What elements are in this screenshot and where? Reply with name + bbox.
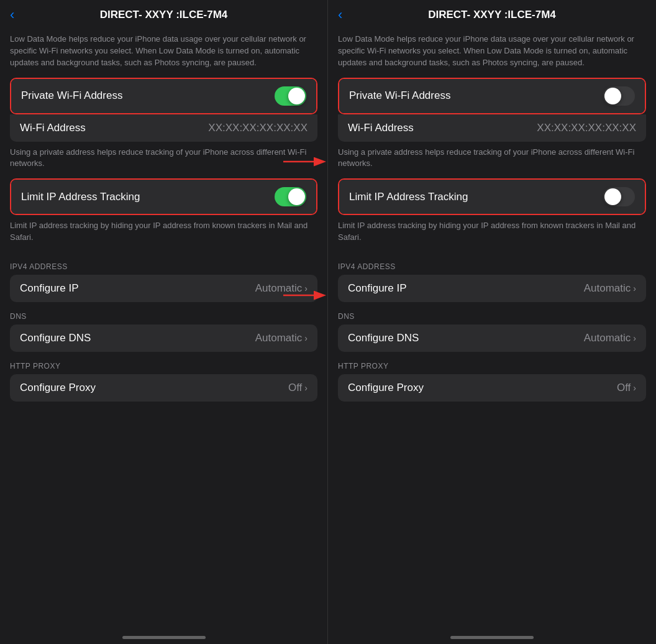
right-chevron-icon: ‹ [338, 8, 342, 22]
right-limit-tracking-knob [604, 188, 621, 205]
left-ipv4-header: IPV4 ADDRESS [0, 252, 327, 275]
right-configure-dns-value: Automatic › [584, 332, 636, 344]
right-configure-proxy-chevron: › [633, 383, 636, 393]
right-proxy-section: HTTP PROXY Configure Proxy Off › [328, 352, 656, 402]
left-limit-tracking-row[interactable]: Limit IP Address Tracking [11, 180, 316, 214]
panels-wrapper: ‹ DIRECT- XXYY :ILCE-7M4 Low Data Mode h… [0, 0, 656, 644]
left-limit-tracking-subtext: Limit IP address tracking by hiding your… [0, 215, 327, 252]
right-back-button[interactable]: ‹ [338, 8, 342, 22]
right-dns-header: DNS [328, 302, 656, 324]
right-proxy-header: HTTP PROXY [328, 352, 656, 374]
right-limit-tracking-subtext: Limit IP address tracking by hiding your… [328, 215, 656, 252]
right-configure-dns-chevron: › [633, 333, 636, 343]
right-configure-proxy-label: Configure Proxy [348, 382, 424, 394]
right-home-bar [450, 636, 534, 639]
right-wifi-address-label: Wi-Fi Address [348, 122, 414, 134]
left-private-wifi-subtext: Using a private address helps reduce tra… [0, 142, 327, 179]
left-description: Low Data Mode helps reduce your iPhone d… [0, 27, 327, 78]
left-configure-proxy-row[interactable]: Configure Proxy Off › [10, 374, 317, 402]
left-configure-proxy-label: Configure Proxy [20, 382, 96, 394]
right-configure-ip-container: Configure IP Automatic › [338, 275, 646, 302]
right-configure-ip-chevron: › [633, 283, 636, 293]
left-wifi-address-row: Wi-Fi Address XX:XX:XX:XX:XX:XX [10, 114, 317, 142]
left-configure-ip-row[interactable]: Configure IP Automatic › [10, 275, 317, 302]
left-wifi-address-value: XX:XX:XX:XX:XX:XX [208, 122, 308, 134]
left-proxy-header: HTTP PROXY [0, 352, 327, 374]
right-header: ‹ DIRECT- XXYY :ILCE-7M4 [328, 0, 656, 27]
right-limit-tracking-toggle[interactable] [603, 187, 635, 206]
left-proxy-section: HTTP PROXY Configure Proxy Off › [0, 352, 327, 402]
right-configure-proxy-value: Off › [617, 382, 636, 394]
left-limit-tracking-knob [288, 188, 305, 205]
right-configure-dns-row[interactable]: Configure DNS Automatic › [338, 324, 646, 352]
right-configure-proxy-row[interactable]: Configure Proxy Off › [338, 374, 646, 402]
right-wifi-address-value: XX:XX:XX:XX:XX:XX [537, 122, 636, 134]
left-chevron-icon: ‹ [10, 8, 14, 22]
left-ipv4-section: IPV4 ADDRESS Configure IP Automatic › [0, 252, 327, 302]
left-private-wifi-toggle[interactable] [275, 86, 306, 106]
left-wifi-address-container: Wi-Fi Address XX:XX:XX:XX:XX:XX [10, 114, 317, 142]
left-dns-header: DNS [0, 302, 327, 324]
left-dns-section: DNS Configure DNS Automatic › [0, 302, 327, 352]
left-home-indicator [0, 631, 327, 644]
left-configure-ip-container: Configure IP Automatic › [10, 275, 317, 302]
right-private-wifi-subtext: Using a private address helps reduce tra… [328, 142, 656, 179]
right-limit-tracking-row[interactable]: Limit IP Address Tracking [339, 180, 645, 214]
right-configure-ip-value: Automatic › [584, 282, 636, 295]
right-panel: ‹ DIRECT- XXYY :ILCE-7M4 Low Data Mode h… [328, 0, 656, 644]
left-configure-dns-label: Configure DNS [20, 332, 91, 344]
right-private-wifi-toggle[interactable] [603, 86, 635, 106]
left-configure-ip-label: Configure IP [20, 282, 79, 295]
right-ipv4-header: IPV4 ADDRESS [328, 252, 656, 275]
left-header-title: DIRECT- XXYY :ILCE-7M4 [100, 9, 228, 21]
right-configure-dns-container: Configure DNS Automatic › [338, 324, 646, 352]
left-back-button[interactable]: ‹ [10, 8, 14, 22]
right-private-wifi-box: Private Wi-Fi Address [338, 78, 646, 114]
right-dns-section: DNS Configure DNS Automatic › [328, 302, 656, 352]
right-private-wifi-knob [604, 88, 621, 104]
left-panel: ‹ DIRECT- XXYY :ILCE-7M4 Low Data Mode h… [0, 0, 328, 644]
right-configure-proxy-container: Configure Proxy Off › [338, 374, 646, 402]
left-wifi-address-label: Wi-Fi Address [20, 122, 86, 134]
right-configure-ip-row[interactable]: Configure IP Automatic › [338, 275, 646, 302]
left-configure-dns-value: Automatic › [255, 332, 308, 344]
left-private-wifi-row[interactable]: Private Wi-Fi Address [11, 79, 316, 113]
right-configure-dns-label: Configure DNS [348, 332, 419, 344]
left-private-wifi-box: Private Wi-Fi Address [10, 78, 317, 114]
right-description: Low Data Mode helps reduce your iPhone d… [328, 27, 656, 78]
left-configure-proxy-chevron: › [304, 383, 308, 393]
right-configure-ip-label: Configure IP [348, 282, 407, 295]
right-limit-tracking-label: Limit IP Address Tracking [349, 191, 468, 203]
right-header-title: DIRECT- XXYY :ILCE-7M4 [428, 9, 556, 21]
left-header: ‹ DIRECT- XXYY :ILCE-7M4 [0, 0, 327, 27]
right-home-indicator [328, 631, 656, 644]
right-limit-tracking-box: Limit IP Address Tracking [338, 178, 646, 215]
right-ipv4-section: IPV4 ADDRESS Configure IP Automatic › [328, 252, 656, 302]
left-limit-tracking-label: Limit IP Address Tracking [21, 191, 140, 203]
right-private-wifi-label: Private Wi-Fi Address [349, 90, 450, 102]
left-configure-dns-row[interactable]: Configure DNS Automatic › [10, 324, 317, 352]
left-limit-tracking-box: Limit IP Address Tracking [10, 178, 317, 215]
arrow-limit [281, 286, 330, 305]
left-configure-proxy-container: Configure Proxy Off › [10, 374, 317, 402]
left-private-wifi-knob [288, 88, 305, 104]
arrow-wifi [281, 152, 330, 171]
right-wifi-address-row: Wi-Fi Address XX:XX:XX:XX:XX:XX [338, 114, 646, 142]
left-limit-tracking-toggle[interactable] [275, 187, 306, 206]
left-private-wifi-label: Private Wi-Fi Address [21, 90, 122, 102]
right-wifi-address-container: Wi-Fi Address XX:XX:XX:XX:XX:XX [338, 114, 646, 142]
left-home-bar [122, 636, 206, 639]
right-private-wifi-row[interactable]: Private Wi-Fi Address [339, 79, 645, 113]
left-configure-dns-container: Configure DNS Automatic › [10, 324, 317, 352]
left-configure-dns-chevron: › [304, 333, 308, 343]
left-configure-proxy-value: Off › [288, 382, 308, 394]
